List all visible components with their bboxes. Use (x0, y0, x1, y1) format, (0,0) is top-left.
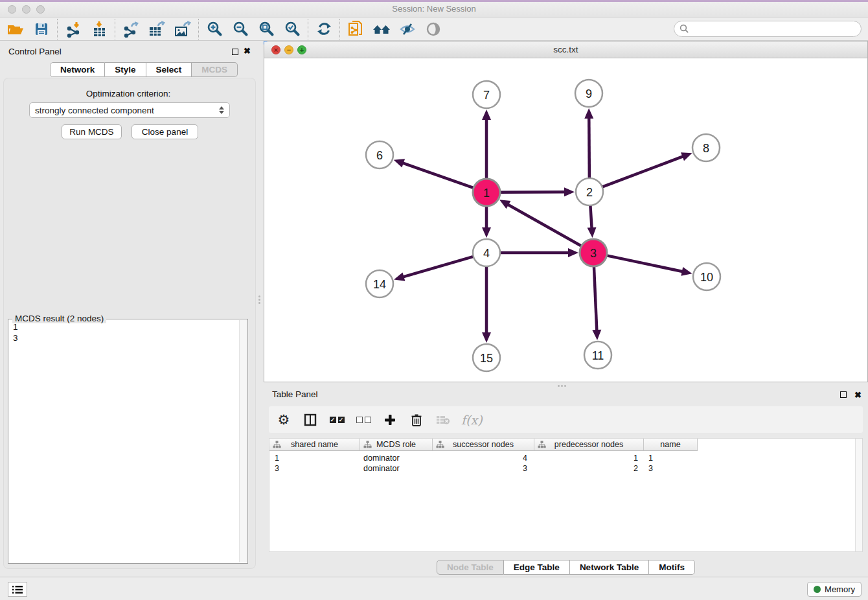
tab-motifs[interactable]: Motifs (649, 560, 695, 575)
delete-column-button[interactable] (408, 410, 425, 430)
column-header-mcds-role[interactable]: MCDS role (360, 439, 433, 450)
graph-edge-1-6[interactable] (402, 163, 474, 188)
float-panel-icon[interactable] (840, 390, 847, 400)
tab-node-table[interactable]: Node Table (437, 560, 504, 575)
graph-edge-arrowhead (568, 248, 578, 257)
close-panel-button[interactable]: Close panel (131, 124, 198, 139)
select-all-button[interactable]: ✓✓ (328, 410, 345, 430)
network-graph: 1234678910111415 (264, 58, 867, 381)
search-input[interactable] (689, 23, 861, 36)
network-canvas[interactable]: 1234678910111415 (264, 58, 867, 382)
tab-style[interactable]: Style (105, 62, 146, 77)
node-table: shared name MCDS role successor nodes pr… (269, 438, 863, 552)
import-table-button[interactable] (86, 19, 112, 40)
graph-edge-arrowhead (394, 272, 405, 281)
zoom-selected-button[interactable] (279, 19, 305, 40)
graph-node-label: 8 (703, 142, 709, 155)
column-header-predecessor-nodes[interactable]: predecessor nodes (534, 439, 644, 450)
run-mcds-button[interactable]: Run MCDS (62, 124, 122, 139)
export-network-button[interactable] (118, 19, 144, 40)
toolbar-separator (57, 19, 58, 40)
table-panel-header: Table Panel ✖ (264, 386, 868, 404)
network-window-titlebar[interactable]: × − + scc.txt (264, 41, 867, 58)
add-column-button[interactable] (382, 410, 398, 430)
cell-successor-nodes: 3 (433, 464, 534, 474)
graph-edge-arrowhead (482, 227, 491, 238)
graph-node-label: 2 (586, 186, 593, 199)
function-builder-button[interactable]: f(x) (461, 410, 483, 430)
graph-edge-arrowhead (592, 330, 601, 340)
refresh-button[interactable] (311, 19, 337, 40)
graph-edge-3-1[interactable] (507, 204, 582, 247)
fit-content-button[interactable] (253, 19, 279, 40)
tab-select[interactable]: Select (146, 62, 192, 77)
graph-edge-4-14[interactable] (402, 257, 474, 277)
column-header-successor-nodes[interactable]: successor nodes (433, 439, 534, 450)
graph-node-label: 7 (483, 89, 490, 102)
graph-node-label: 10 (700, 271, 713, 284)
show-all-button[interactable] (420, 19, 446, 40)
double-home-icon (372, 21, 391, 37)
export-image-button[interactable] (170, 19, 196, 40)
float-panel-icon[interactable] (232, 47, 238, 57)
search-box[interactable] (674, 21, 862, 37)
table-toolbar: ⚙ ✓✓ (269, 406, 863, 433)
memory-status-icon (814, 586, 821, 593)
graph-edge-1-2[interactable] (499, 192, 566, 192)
close-panel-icon[interactable]: ✖ (854, 392, 862, 398)
graph-edge-arrowhead (681, 152, 692, 161)
eye-slash-icon (398, 21, 417, 37)
deselect-all-button[interactable] (355, 410, 372, 430)
graph-edge-2-8[interactable] (602, 156, 685, 187)
split-divider-handle[interactable] (258, 295, 260, 305)
column-header-shared-name[interactable]: shared name (269, 439, 360, 450)
memory-button[interactable]: Memory (807, 582, 862, 597)
zoom-out-icon (233, 21, 249, 37)
graph-edge-2-3[interactable] (590, 205, 591, 229)
tab-edge-table[interactable]: Edge Table (504, 560, 570, 575)
toolbar-separator (115, 19, 115, 40)
tree-icon (273, 441, 281, 448)
task-history-button[interactable] (8, 582, 27, 597)
status-bar: Memory (0, 577, 868, 600)
zoom-out-button[interactable] (227, 19, 253, 40)
tab-network[interactable]: Network (50, 62, 105, 77)
table-row[interactable]: 1 dominator 4 1 1 (269, 454, 698, 464)
criterion-dropdown[interactable]: strongly connected component (29, 102, 230, 118)
tab-network-table[interactable]: Network Table (570, 560, 649, 575)
tree-icon (436, 441, 444, 448)
import-network-button[interactable] (60, 19, 86, 40)
table-scrollbar[interactable] (855, 439, 862, 551)
clone-network-icon (347, 20, 364, 38)
zoom-in-button[interactable] (201, 19, 227, 40)
control-panel-title: Control Panel (8, 47, 62, 56)
graph-edge-2-9[interactable] (589, 117, 589, 179)
import-network-icon (65, 21, 82, 38)
mcds-result-scrollbar[interactable] (239, 320, 247, 562)
export-table-button[interactable] (144, 19, 170, 40)
close-panel-icon[interactable]: ✖ (244, 48, 251, 54)
graph-edge-3-11[interactable] (594, 266, 597, 332)
column-visibility-button[interactable] (302, 410, 319, 430)
first-neighbors-button[interactable] (369, 19, 394, 40)
column-header-name[interactable]: name (644, 439, 698, 450)
clone-network-button[interactable] (343, 19, 369, 40)
graph-node-label: 6 (376, 149, 383, 162)
node-table-header: shared name MCDS role successor nodes pr… (269, 439, 698, 451)
save-session-button[interactable] (29, 19, 54, 40)
cell-name: 3 (644, 464, 698, 474)
delete-table-button[interactable] (435, 410, 451, 430)
column-label: predecessor nodes (554, 440, 623, 449)
main-toolbar (0, 17, 868, 41)
export-network-icon (122, 21, 139, 38)
table-options-button[interactable]: ⚙ (275, 410, 292, 430)
graph-node-label: 9 (586, 87, 592, 100)
table-row[interactable]: 3 dominator 3 2 3 (269, 464, 698, 474)
open-session-button[interactable] (3, 19, 29, 40)
hide-selected-button[interactable] (394, 19, 420, 40)
open-folder-icon (7, 21, 25, 37)
export-table-icon (148, 21, 166, 38)
cell-shared-name: 1 (269, 454, 360, 464)
graph-edge-3-10[interactable] (606, 255, 684, 271)
tab-mcds[interactable]: MCDS (192, 62, 238, 77)
